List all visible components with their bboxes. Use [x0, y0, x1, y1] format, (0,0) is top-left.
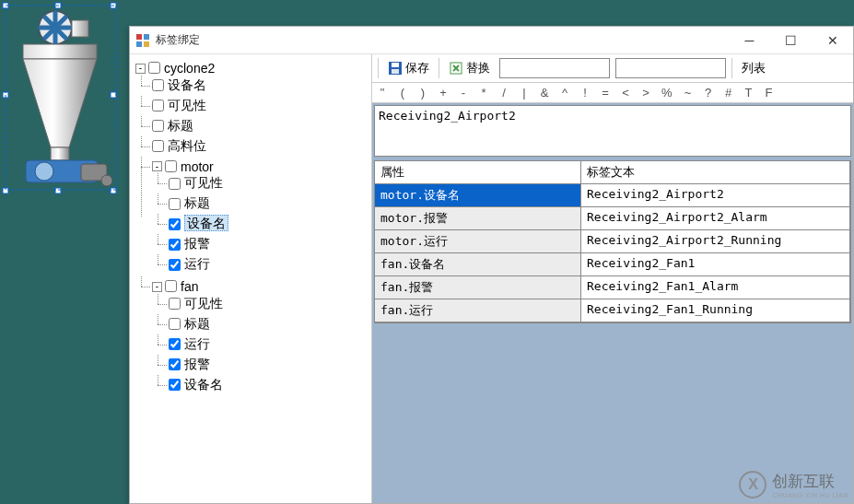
symbol-button[interactable]: % [661, 86, 673, 100]
symbol-button[interactable]: F [765, 86, 774, 100]
tree-node-label[interactable]: 设备名 [184, 377, 223, 392]
svg-rect-19 [55, 188, 61, 193]
symbol-button[interactable]: T [744, 86, 754, 100]
symbol-button[interactable]: + [439, 86, 448, 100]
grid-row[interactable]: motor.报警Receiving2_Airport2_Alarm [375, 207, 850, 230]
symbol-button[interactable]: - [459, 86, 468, 100]
tree-checkbox[interactable] [169, 318, 181, 330]
tree-node-label[interactable]: 可见性 [184, 296, 223, 311]
grid-row[interactable]: fan.设备名Receiving2_Fan1 [375, 253, 850, 276]
symbol-button[interactable]: < [621, 86, 630, 100]
close-button[interactable]: ✕ [812, 27, 853, 54]
tree-checkbox[interactable] [165, 160, 177, 172]
grid-row[interactable]: motor.运行Receiving2_Airport2_Running [375, 230, 850, 253]
grid-row[interactable]: motor.设备名Receiving2_Airport2 [375, 184, 850, 207]
tree-checkbox[interactable] [152, 120, 164, 132]
tree-checkbox[interactable] [169, 338, 181, 350]
symbol-button[interactable]: > [641, 86, 650, 100]
grid-cell-tagtext[interactable]: Receiving2_Fan1_Running [581, 299, 850, 322]
property-tree[interactable]: -cyclone2设备名可见性标题高料位-motor可见性标题设备名报警运行-f… [130, 58, 371, 399]
tree-checkbox[interactable] [169, 358, 181, 370]
tree-node-label[interactable]: fan [181, 279, 198, 294]
tree-toggle[interactable]: - [135, 64, 146, 74]
grid-cell-property[interactable]: motor.运行 [375, 230, 581, 253]
grid-header-property[interactable]: 属性 [375, 161, 581, 184]
symbol-button[interactable]: ( [398, 86, 407, 100]
grid-cell-tagtext[interactable]: Receiving2_Fan1_Alarm [581, 276, 850, 299]
grid-cell-tagtext[interactable]: Receiving2_Fan1 [581, 253, 850, 276]
tree-node-label[interactable]: 运行 [184, 336, 210, 351]
grid-cell-property[interactable]: motor.报警 [375, 207, 581, 230]
tree-checkbox[interactable] [152, 79, 164, 91]
cyclone-equipment-icon[interactable] [0, 0, 129, 212]
symbol-button[interactable]: ) [418, 86, 427, 100]
tree-node-label[interactable]: 可见性 [168, 98, 206, 112]
symbol-button[interactable]: / [499, 86, 509, 100]
grid-cell-property[interactable]: fan.报警 [375, 276, 581, 299]
grid-cell-property[interactable]: fan.设备名 [375, 253, 581, 276]
svg-rect-8 [51, 147, 69, 160]
watermark-sub: CHUANG XIN HU LIAN [772, 492, 848, 498]
grid-cell-tagtext[interactable]: Receiving2_Airport2_Running [581, 230, 850, 253]
tree-node-label[interactable]: 标题 [168, 118, 193, 133]
tree-checkbox[interactable] [169, 239, 181, 251]
tree-checkbox[interactable] [152, 140, 164, 152]
grid-row[interactable]: fan.报警Receiving2_Fan1_Alarm [375, 276, 850, 299]
symbol-button[interactable]: = [601, 86, 610, 100]
tree-checkbox[interactable] [169, 298, 181, 310]
grid-cell-property[interactable]: fan.运行 [375, 299, 581, 322]
tree-node-label[interactable]: 运行 [184, 256, 210, 271]
tree-node-label[interactable]: cyclone2 [164, 61, 215, 76]
tree-checkbox[interactable] [169, 178, 181, 190]
tree-checkbox[interactable] [169, 198, 181, 210]
window-controls: ─ ☐ ✕ [729, 27, 853, 54]
tree-panel[interactable]: -cyclone2设备名可见性标题高料位-motor可见性标题设备名报警运行-f… [130, 54, 372, 503]
grid-cell-tagtext[interactable]: Receiving2_Airport2 [581, 184, 850, 207]
tree-node-label[interactable]: 设备名 [184, 215, 228, 231]
symbol-button[interactable]: & [540, 86, 549, 100]
tree-checkbox[interactable] [152, 100, 164, 111]
replace-icon [449, 61, 463, 76]
symbol-button[interactable]: | [520, 86, 529, 100]
tree-node-label[interactable]: 报警 [184, 357, 210, 371]
tree-checkbox[interactable] [165, 280, 177, 292]
search-input-2[interactable] [615, 58, 726, 78]
symbol-button[interactable]: ? [704, 86, 713, 100]
grid-header-tagtext[interactable]: 标签文本 [581, 161, 850, 184]
grid-cell-property[interactable]: motor.设备名 [375, 184, 581, 207]
symbol-button[interactable]: ~ [684, 86, 693, 100]
tree-node-label[interactable]: 标题 [184, 316, 210, 331]
svg-rect-6 [23, 44, 97, 59]
symbol-button[interactable]: " [378, 86, 387, 100]
tree-node-label[interactable]: 高料位 [168, 138, 206, 153]
tree-checkbox[interactable] [148, 62, 160, 74]
tree-node-label[interactable]: 设备名 [168, 77, 206, 92]
symbol-button[interactable]: ! [580, 86, 590, 100]
search-input-1[interactable] [499, 58, 610, 78]
symbol-button[interactable]: # [724, 86, 733, 100]
grid-cell-tagtext[interactable]: Receiving2_Airport2_Alarm [581, 207, 850, 230]
tree-node-label[interactable]: 标题 [184, 195, 210, 210]
titlebar[interactable]: 标签绑定 ─ ☐ ✕ [130, 27, 853, 54]
grid-row[interactable]: fan.运行Receiving2_Fan1_Running [375, 299, 850, 322]
tree-node-label[interactable]: 可见性 [184, 175, 223, 190]
svg-point-10 [35, 162, 53, 181]
list-button[interactable]: 列表 [738, 58, 769, 78]
svg-rect-25 [144, 41, 149, 47]
maximize-button[interactable]: ☐ [770, 27, 812, 54]
tree-checkbox[interactable] [169, 259, 181, 271]
tree-toggle[interactable]: - [152, 282, 162, 292]
expression-textarea[interactable]: Receiving2_Airport2 [374, 105, 851, 157]
tree-checkbox[interactable] [169, 379, 181, 391]
tree-checkbox[interactable] [169, 218, 181, 230]
tree-node-label[interactable]: 报警 [184, 236, 210, 251]
svg-rect-28 [392, 69, 399, 74]
symbol-button[interactable]: * [479, 86, 488, 100]
tree-toggle[interactable]: - [152, 161, 162, 171]
symbol-button[interactable]: ^ [560, 86, 569, 100]
binding-grid[interactable]: 属性 标签文本 motor.设备名Receiving2_Airport2moto… [374, 160, 851, 323]
minimize-button[interactable]: ─ [729, 27, 770, 54]
save-button[interactable]: 保存 [384, 58, 433, 78]
tree-node-label[interactable]: motor [181, 158, 214, 173]
replace-button[interactable]: 替换 [445, 58, 494, 78]
